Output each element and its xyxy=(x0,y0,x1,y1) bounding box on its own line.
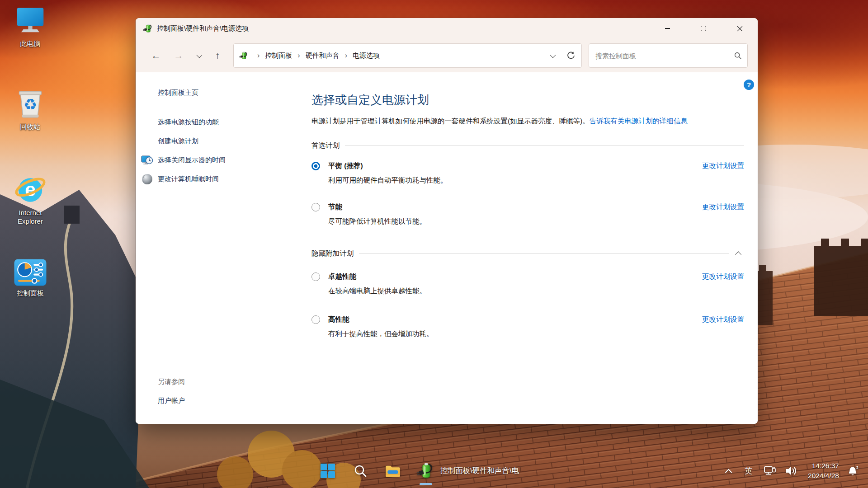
window-titlebar[interactable]: 控制面板\硬件和声音\电源选项 xyxy=(136,18,758,39)
chevron-down-icon xyxy=(196,52,202,58)
forward-icon: → xyxy=(174,50,184,61)
see-also-user-accounts[interactable]: 用户帐户 xyxy=(158,397,185,405)
breadcrumb-hardware-sound[interactable]: 硬件和声音 xyxy=(306,52,340,60)
plan-power-saver: 节能 更改计划设置 尽可能降低计算机性能以节能。 xyxy=(311,202,744,226)
up-icon: ↑ xyxy=(215,50,220,61)
close-icon xyxy=(737,26,743,32)
sidebar-item-power-buttons[interactable]: 选择电源按钮的功能 xyxy=(158,118,219,127)
internet-explorer-icon: e xyxy=(14,173,47,206)
desktop-icon-recycle-bin[interactable]: ♻ 回收站 xyxy=(7,87,54,131)
back-icon: ← xyxy=(151,50,161,61)
taskbar-power-options-button[interactable] xyxy=(415,461,435,481)
search-input[interactable] xyxy=(594,52,734,60)
ethernet-network-icon xyxy=(763,464,777,478)
search-icon xyxy=(734,52,742,60)
plan-name: 节能 xyxy=(328,202,702,212)
windows-logo-icon xyxy=(320,463,335,479)
notification-center-button[interactable]: z xyxy=(844,464,862,478)
help-button[interactable]: ? xyxy=(744,80,754,90)
change-plan-settings-link[interactable]: 更改计划设置 xyxy=(702,202,744,212)
window-body: ? 控制面板主页 选择电源按钮的功能 创建电源计划 选择关闭显示器的时间 更改计… xyxy=(136,72,758,424)
tray-date: 2024/4/28 xyxy=(808,472,839,479)
ime-indicator[interactable]: 英 xyxy=(738,466,759,476)
refresh-icon[interactable] xyxy=(566,51,576,61)
minimize-button[interactable] xyxy=(649,18,685,39)
search-icon xyxy=(353,464,368,478)
start-button[interactable] xyxy=(318,461,338,481)
close-button[interactable] xyxy=(722,18,758,39)
change-plan-settings-link[interactable]: 更改计划设置 xyxy=(702,161,744,171)
clock[interactable]: 14:26:37 2024/4/28 xyxy=(808,461,839,481)
page-title: 选择或自定义电源计划 xyxy=(311,92,744,108)
see-also-title: 另请参阅 xyxy=(158,378,185,386)
sleep-moon-icon xyxy=(141,173,153,185)
breadcrumb-control-panel[interactable]: 控制面板 xyxy=(265,52,292,60)
sidebar-item-display-off-time[interactable]: 选择关闭显示器的时间 xyxy=(158,156,226,164)
breadcrumb-separator: › xyxy=(297,52,300,60)
nav-history-dropdown[interactable] xyxy=(193,47,204,64)
svg-text:♻: ♻ xyxy=(24,96,37,113)
plan-name: 高性能 xyxy=(328,315,702,324)
maximize-button[interactable] xyxy=(685,18,722,39)
section-divider xyxy=(359,253,729,254)
description-text: 电源计划是用于管理计算机如何使用电源的一套硬件和系统设置(如显示器亮度、睡眠等)… xyxy=(311,117,590,125)
learn-more-link[interactable]: 告诉我有关电源计划的详细信息 xyxy=(590,117,688,125)
radio-power-saver[interactable] xyxy=(311,203,320,211)
plan-balanced: 平衡 (推荐) 更改计划设置 利用可用的硬件自动平衡功耗与性能。 xyxy=(311,161,744,185)
chevron-up-icon xyxy=(735,251,741,258)
search-box[interactable] xyxy=(589,43,748,68)
desktop-icon-this-pc[interactable]: 此电脑 xyxy=(7,4,54,48)
nav-forward-button[interactable]: → xyxy=(170,47,187,64)
breadcrumb-power-options[interactable]: 电源选项 xyxy=(353,52,380,60)
network-tray-button[interactable] xyxy=(759,464,781,478)
plan-name: 卓越性能 xyxy=(328,272,702,282)
desktop-icon-control-panel[interactable]: 控制面板 xyxy=(7,258,54,298)
plan-description: 尽可能降低计算机性能以节能。 xyxy=(328,217,702,226)
bell-do-not-disturb-icon: z xyxy=(846,464,859,478)
desktop-icon-internet-explorer[interactable]: e Internet Explorer xyxy=(7,173,54,226)
active-app-label[interactable]: 控制面板\硬件和声音\电 xyxy=(440,454,519,488)
plan-description: 利用可用的硬件自动平衡功耗与性能。 xyxy=(328,176,702,185)
nav-up-button[interactable]: ↑ xyxy=(209,47,226,64)
tray-overflow-button[interactable] xyxy=(718,469,738,474)
main-content: 选择或自定义电源计划 电源计划是用于管理计算机如何使用电源的一套硬件和系统设置(… xyxy=(311,72,744,339)
active-app-indicator xyxy=(420,483,432,485)
breadcrumb-separator: › xyxy=(257,52,259,60)
taskbar: 控制面板\硬件和声音\电 英 14:26:37 2024/4/28 xyxy=(0,454,868,488)
address-dropdown-icon[interactable] xyxy=(550,52,556,58)
svg-text:z: z xyxy=(856,465,859,469)
desktop-icon-label: 此电脑 xyxy=(7,40,54,48)
taskbar-file-explorer-button[interactable] xyxy=(383,461,403,481)
sidebar-item-sleep-time[interactable]: 更改计算机睡眠时间 xyxy=(158,175,219,183)
desktop-icon-label: Internet Explorer xyxy=(7,209,54,226)
sidebar-item-home[interactable]: 控制面板主页 xyxy=(158,89,198,97)
radio-high-performance[interactable] xyxy=(311,315,320,324)
desktop-icon-label: 回收站 xyxy=(7,123,54,131)
change-plan-settings-link[interactable]: 更改计划设置 xyxy=(702,315,744,324)
sidebar-item-create-plan[interactable]: 创建电源计划 xyxy=(158,137,198,145)
collapse-section-button[interactable] xyxy=(732,249,744,258)
address-bar[interactable]: › 控制面板 › 硬件和声音 › 电源选项 xyxy=(233,43,582,68)
section-divider xyxy=(345,145,744,146)
desktop-root: { "colors":{"accent":"#0067c0","link":"#… xyxy=(0,0,868,488)
display-clock-icon xyxy=(141,154,153,166)
plan-description: 有利于提高性能，但会增加功耗。 xyxy=(328,329,702,339)
plan-high-performance: 高性能 更改计划设置 有利于提高性能，但会增加功耗。 xyxy=(311,315,744,339)
power-options-icon xyxy=(416,462,434,480)
volume-tray-button[interactable] xyxy=(781,464,802,478)
radio-balanced[interactable] xyxy=(311,162,320,170)
maximize-icon xyxy=(701,26,706,31)
nav-back-button[interactable]: ← xyxy=(147,47,165,64)
taskbar-search-button[interactable] xyxy=(350,461,370,481)
recycle-bin-icon: ♻ xyxy=(14,87,47,120)
chevron-up-icon xyxy=(725,469,732,476)
breadcrumb-separator: › xyxy=(345,52,347,60)
change-plan-settings-link[interactable]: 更改计划设置 xyxy=(702,272,744,282)
section-title: 隐藏附加计划 xyxy=(311,249,354,258)
section-preferred-plans: 首选计划 xyxy=(311,141,744,150)
tray-time: 14:26:37 xyxy=(812,462,839,469)
minimize-icon xyxy=(665,28,670,28)
plan-name: 平衡 (推荐) xyxy=(328,161,702,171)
radio-ultimate-performance[interactable] xyxy=(311,272,320,281)
system-tray: 英 14:26:37 2024/4/28 xyxy=(718,454,868,488)
